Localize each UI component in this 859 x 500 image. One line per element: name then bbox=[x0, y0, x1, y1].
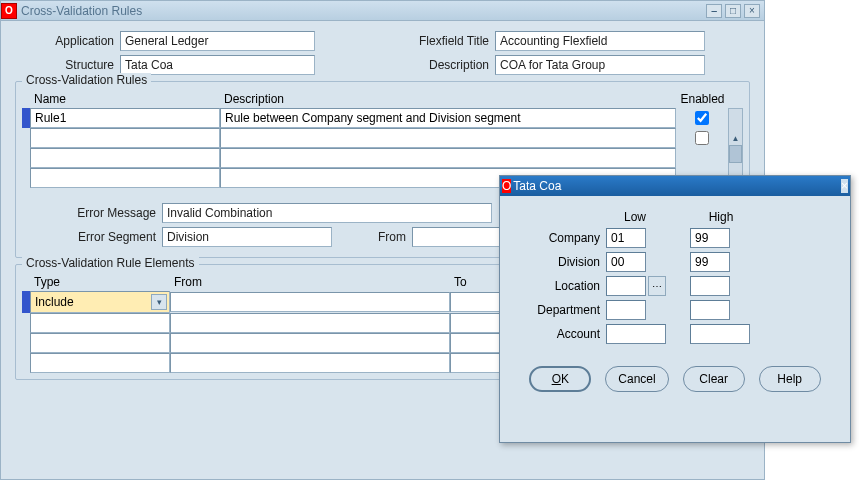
rules-row[interactable] bbox=[22, 128, 743, 148]
error-segment-label: Error Segment bbox=[22, 230, 162, 244]
application-label: Application bbox=[15, 34, 120, 48]
oracle-icon: O bbox=[502, 179, 511, 193]
oracle-icon: O bbox=[1, 3, 17, 19]
element-type-dropdown[interactable]: Include ▾ bbox=[30, 291, 170, 313]
main-title-bar: O Cross-Validation Rules ‒ □ × bbox=[1, 1, 764, 21]
from-label: From bbox=[332, 230, 412, 244]
chevron-down-icon[interactable]: ▾ bbox=[151, 294, 167, 310]
location-high-field[interactable] bbox=[690, 276, 730, 296]
rules-col-description: Description bbox=[220, 90, 676, 108]
account-high-field[interactable] bbox=[690, 324, 750, 344]
rules-row[interactable] bbox=[22, 148, 743, 168]
location-lov-button[interactable]: ⋯ bbox=[648, 276, 666, 296]
company-high-field[interactable]: 99 bbox=[690, 228, 730, 248]
department-low-field[interactable] bbox=[606, 300, 646, 320]
cancel-button[interactable]: Cancel bbox=[605, 366, 668, 392]
error-segment-field[interactable]: Division bbox=[162, 227, 332, 247]
rules-group-label: Cross-Validation Rules bbox=[22, 73, 151, 87]
department-high-field[interactable] bbox=[690, 300, 730, 320]
description-field[interactable]: COA for Tata Group bbox=[495, 55, 705, 75]
rule-name-cell[interactable] bbox=[30, 148, 220, 168]
maximize-button[interactable]: □ bbox=[725, 4, 741, 18]
account-low-field[interactable] bbox=[606, 324, 666, 344]
from-field[interactable] bbox=[412, 227, 512, 247]
structure-field[interactable]: Tata Coa bbox=[120, 55, 315, 75]
location-label: Location bbox=[516, 279, 606, 293]
department-label: Department bbox=[516, 303, 606, 317]
dialog-title-bar: O Tata Coa × bbox=[500, 176, 850, 196]
rule-description-cell[interactable] bbox=[220, 128, 676, 148]
description-label: Description bbox=[395, 58, 495, 72]
element-type-cell[interactable] bbox=[30, 313, 170, 333]
company-low-field[interactable]: 01 bbox=[606, 228, 646, 248]
minimize-button[interactable]: ‒ bbox=[706, 4, 722, 18]
rule-enabled-checkbox[interactable] bbox=[695, 111, 709, 125]
rule-name-cell[interactable] bbox=[30, 168, 220, 188]
dialog-close-button[interactable]: × bbox=[841, 179, 848, 193]
clear-button[interactable]: Clear bbox=[683, 366, 745, 392]
rules-row[interactable]: Rule1 Rule between Company segment and D… bbox=[22, 108, 743, 128]
division-high-field[interactable]: 99 bbox=[690, 252, 730, 272]
dialog-body: Low High Company 01 99 Division 00 99 Lo… bbox=[500, 196, 850, 406]
close-button[interactable]: × bbox=[744, 4, 760, 18]
rule-description-cell[interactable]: Rule between Company segment and Divisio… bbox=[220, 108, 676, 128]
dialog-button-row: OK Cancel Clear Help bbox=[516, 366, 834, 392]
division-label: Division bbox=[516, 255, 606, 269]
element-type-cell[interactable] bbox=[30, 333, 170, 353]
rule-name-cell[interactable] bbox=[30, 128, 220, 148]
ok-button[interactable]: OK bbox=[529, 366, 591, 392]
segment-dialog: O Tata Coa × Low High Company 01 99 Divi… bbox=[499, 175, 851, 443]
company-label: Company bbox=[516, 231, 606, 245]
flexfield-title-label: Flexfield Title bbox=[395, 34, 495, 48]
location-low-field[interactable] bbox=[606, 276, 646, 296]
help-button[interactable]: Help bbox=[759, 366, 821, 392]
element-type-value: Include bbox=[35, 295, 74, 309]
error-message-field[interactable]: Invalid Combination bbox=[162, 203, 492, 223]
structure-label: Structure bbox=[15, 58, 120, 72]
main-title: Cross-Validation Rules bbox=[21, 4, 703, 18]
element-from-cell[interactable] bbox=[170, 353, 450, 373]
element-from-cell[interactable] bbox=[170, 333, 450, 353]
division-low-field[interactable]: 00 bbox=[606, 252, 646, 272]
flexfield-title-field[interactable]: Accounting Flexfield bbox=[495, 31, 705, 51]
elements-group-label: Cross-Validation Rule Elements bbox=[22, 256, 199, 270]
element-from-cell[interactable] bbox=[170, 292, 450, 312]
col-low-label: Low bbox=[606, 210, 664, 224]
rule-description-cell[interactable] bbox=[220, 148, 676, 168]
element-type-cell[interactable] bbox=[30, 353, 170, 373]
rules-col-enabled: Enabled bbox=[676, 90, 728, 108]
account-label: Account bbox=[516, 327, 606, 341]
error-message-label: Error Message bbox=[22, 206, 162, 220]
element-from-cell[interactable] bbox=[170, 313, 450, 333]
dialog-title: Tata Coa bbox=[511, 179, 841, 193]
rules-table: Name Description Enabled Rule1 Rule betw… bbox=[22, 90, 743, 189]
col-high-label: High bbox=[692, 210, 750, 224]
application-field[interactable]: General Ledger bbox=[120, 31, 315, 51]
rules-col-name: Name bbox=[30, 90, 220, 108]
rule-enabled-checkbox[interactable] bbox=[695, 131, 709, 145]
elements-col-type: Type bbox=[30, 273, 170, 291]
rule-name-cell[interactable]: Rule1 bbox=[30, 108, 220, 128]
elements-col-from: From bbox=[170, 273, 450, 291]
